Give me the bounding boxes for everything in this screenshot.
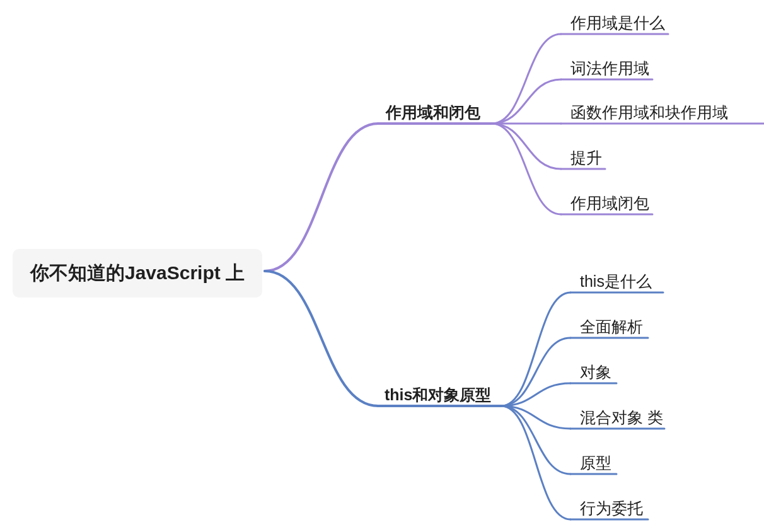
leaf-this-4[interactable]: 原型 <box>580 453 611 473</box>
leaf-scope-2[interactable]: 函数作用域和块作用域 <box>570 102 728 123</box>
leaf-this-0[interactable]: this是什么 <box>580 271 652 292</box>
leaf-this-3[interactable]: 混合对象 类 <box>580 407 663 428</box>
leaf-scope-1[interactable]: 词法作用域 <box>570 58 649 79</box>
leaf-scope-3[interactable]: 提升 <box>570 147 602 168</box>
leaf-this-2[interactable]: 对象 <box>580 362 611 383</box>
leaf-scope-0[interactable]: 作用域是什么 <box>570 13 665 33</box>
root-node[interactable]: 你不知道的JavaScript 上 <box>13 249 262 298</box>
branch-scope[interactable]: 作用域和闭包 <box>386 102 480 123</box>
leaf-this-5[interactable]: 行为委托 <box>580 498 643 519</box>
leaf-this-1[interactable]: 全面解析 <box>580 316 643 337</box>
branch-this[interactable]: this和对象原型 <box>385 385 491 405</box>
leaf-scope-4[interactable]: 作用域闭包 <box>570 193 649 214</box>
